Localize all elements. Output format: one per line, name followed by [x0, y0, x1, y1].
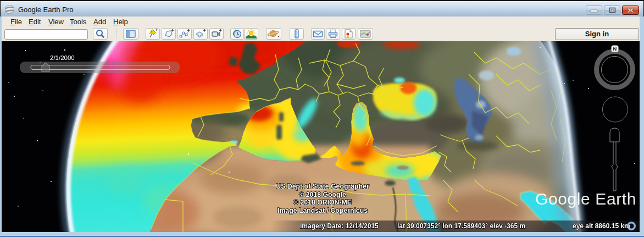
svg-text:© 2018 Google: © 2018 Google	[299, 191, 346, 199]
svg-text:eye alt 8860.15 km: eye alt 8860.15 km	[573, 222, 630, 230]
svg-text:Google Earth: Google Earth	[535, 190, 636, 208]
svg-text:US Dept of State Geographer: US Dept of State Geographer	[276, 183, 369, 190]
svg-text:Imagery Date: 12/14/2015: Imagery Date: 12/14/2015	[300, 222, 379, 230]
svg-text:N: N	[613, 46, 617, 52]
svg-text:2/1/2000: 2/1/2000	[50, 54, 75, 61]
svg-text:lat 39.007352° lon 17.58: lat 39.007352° lon 17.589403° elev -365 …	[397, 222, 525, 230]
svg-text:© 2018 ORION-ME: © 2018 ORION-ME	[293, 199, 352, 206]
svg-text:Image Landsat / Copernicus: Image Landsat / Copernicus	[277, 207, 368, 214]
